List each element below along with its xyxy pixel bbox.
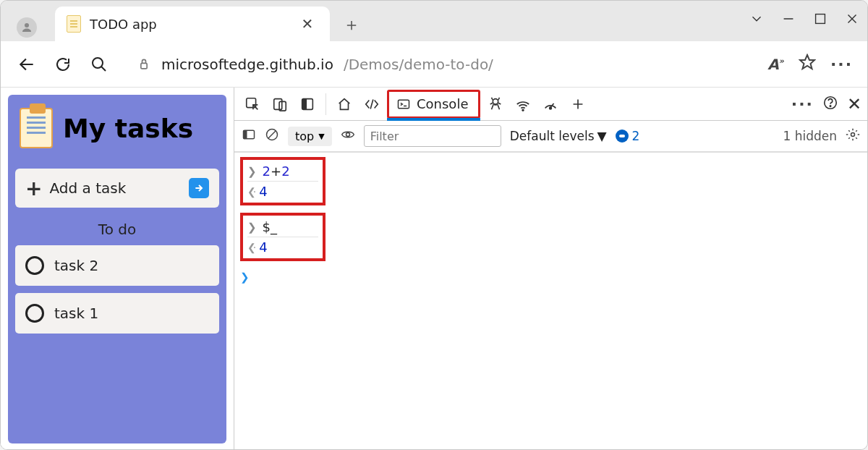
svg-rect-28: [244, 130, 247, 139]
browser-tab[interactable]: TODO app ✕: [55, 7, 330, 41]
console-tab-label: Console: [417, 96, 468, 111]
svg-point-31: [346, 133, 349, 137]
svg-point-20: [523, 109, 524, 111]
input-code: $_: [263, 219, 277, 234]
svg-point-26: [830, 105, 830, 106]
address-bar: microsoftedge.github.io/Demos/demo-to-do…: [1, 41, 867, 88]
maximize-button[interactable]: [812, 11, 828, 30]
performance-tab-icon[interactable]: [538, 92, 563, 116]
tab-close-button[interactable]: ✕: [297, 13, 318, 35]
live-expression-icon[interactable]: [341, 127, 355, 145]
refresh-button[interactable]: [51, 53, 75, 76]
filter-input[interactable]: [364, 125, 501, 147]
network-tab-icon[interactable]: [511, 92, 535, 116]
clipboard-icon: [20, 108, 53, 148]
result-row: ❮· 4: [247, 181, 318, 201]
back-button[interactable]: [15, 53, 38, 76]
svg-marker-9: [800, 55, 814, 69]
svg-point-32: [851, 133, 855, 137]
result-value: 4: [259, 239, 267, 255]
devtools: Console ··· ✕ top ▼ Default levels: [234, 88, 867, 450]
output-group: ❯ 2+2 ❮· 4: [240, 157, 326, 205]
context-label: top: [295, 130, 314, 143]
task-label: task 1: [54, 305, 98, 322]
help-icon[interactable]: [822, 95, 838, 114]
search-button[interactable]: [88, 53, 111, 76]
settings-menu-button[interactable]: ···: [830, 55, 853, 73]
console-prompt[interactable]: ❯: [240, 268, 861, 286]
todo-panel: My tasks + Add a task To do task 2 task …: [8, 95, 226, 443]
new-tab-button[interactable]: ＋: [341, 14, 362, 35]
sources-tab-icon[interactable]: [483, 92, 508, 116]
toggle-sidebar-icon[interactable]: [242, 127, 256, 145]
issues-icon: [616, 130, 629, 143]
input-row: ❯ $_: [247, 217, 318, 237]
submit-task-button[interactable]: [189, 178, 209, 198]
elements-tab-icon[interactable]: [359, 92, 384, 116]
more-tabs-button[interactable]: [566, 92, 590, 116]
svg-line-7: [101, 67, 106, 71]
issues-count: 2: [632, 129, 640, 143]
task-item[interactable]: task 2: [15, 245, 219, 286]
devtools-menu-button[interactable]: ···: [791, 95, 814, 113]
result-value: 4: [259, 184, 267, 199]
omnibox[interactable]: microsoftedge.github.io/Demos/demo-to-do…: [124, 49, 747, 80]
section-header: To do: [15, 221, 219, 238]
tab-favicon-icon: [67, 15, 81, 33]
console-settings-icon[interactable]: [846, 127, 860, 145]
svg-rect-2: [816, 14, 825, 24]
svg-rect-12: [274, 98, 282, 109]
console-output[interactable]: ❯ 2+2 ❮· 4 ❯ $_ ❮· 4 ❯: [234, 153, 867, 450]
svg-line-30: [268, 131, 276, 138]
url-path: /Demos/demo-to-do/: [344, 56, 493, 73]
add-task-label: Add a task: [49, 179, 182, 197]
minimize-button[interactable]: [780, 11, 796, 30]
result-row: ❮· 4: [247, 237, 318, 257]
welcome-tab-icon[interactable]: [332, 92, 357, 116]
window-controls: [749, 11, 860, 30]
tab-title: TODO app: [90, 17, 288, 32]
svg-line-16: [370, 99, 373, 109]
input-chevron-icon: ❯: [247, 165, 257, 178]
task-checkbox[interactable]: [25, 304, 44, 323]
input-row: ❯ 2+2: [247, 161, 318, 181]
svg-point-6: [93, 58, 103, 68]
page-content: My tasks + Add a task To do task 2 task …: [1, 88, 234, 450]
context-select[interactable]: top ▼: [288, 127, 332, 146]
profile-avatar[interactable]: [17, 17, 37, 38]
favorite-button[interactable]: [799, 54, 816, 75]
task-label: task 2: [54, 257, 98, 274]
clear-console-icon[interactable]: [265, 127, 279, 145]
console-toolbar: top ▼ Default levels ▼ 2 1 hidden: [234, 121, 867, 153]
output-group: ❯ $_ ❮· 4: [240, 213, 326, 261]
close-window-button[interactable]: [844, 11, 860, 30]
task-checkbox[interactable]: [25, 256, 44, 275]
return-chevron-icon: ❮·: [247, 242, 253, 253]
inspect-element-icon[interactable]: [240, 92, 265, 116]
svg-rect-17: [399, 100, 409, 109]
svg-rect-15: [302, 98, 307, 109]
dropdown-arrow-icon: ▼: [597, 129, 607, 143]
dropdown-arrow-icon: ▼: [318, 132, 324, 141]
log-levels-select[interactable]: Default levels ▼: [510, 129, 607, 143]
levels-label: Default levels: [510, 129, 595, 143]
svg-point-22: [550, 107, 552, 109]
device-toolbar-icon[interactable]: [268, 92, 292, 116]
prompt-chevron-icon: ❯: [240, 271, 250, 284]
url-host: microsoftedge.github.io: [161, 56, 333, 73]
hidden-messages-label[interactable]: 1 hidden: [783, 129, 837, 143]
devtools-tab-strip: Console ··· ✕: [234, 88, 867, 121]
chevron-down-icon[interactable]: [749, 11, 765, 30]
devtools-close-button[interactable]: ✕: [847, 94, 861, 114]
return-chevron-icon: ❮·: [247, 186, 253, 198]
dock-side-icon[interactable]: [295, 92, 320, 116]
console-tab[interactable]: Console: [387, 90, 480, 119]
task-item[interactable]: task 1: [15, 293, 219, 334]
window-titlebar: TODO app ✕ ＋: [1, 1, 867, 41]
read-aloud-button[interactable]: A»: [767, 56, 784, 73]
add-task-input[interactable]: + Add a task: [15, 169, 219, 208]
issues-chip[interactable]: 2: [616, 129, 640, 143]
address-actions: A» ···: [767, 54, 853, 75]
svg-rect-8: [141, 63, 147, 69]
svg-point-0: [25, 23, 29, 27]
